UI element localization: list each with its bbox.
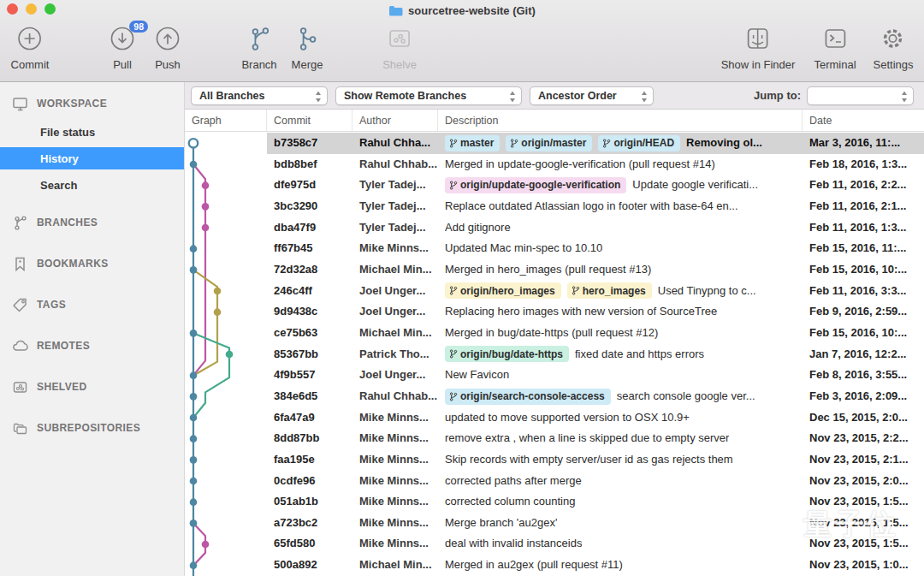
commit-hash: 246c4ff [267, 281, 352, 302]
pull-button[interactable]: 98 Pull [109, 25, 136, 71]
table-row[interactable]: 6fa47a9 Mike Minns... updated to move su… [185, 407, 924, 429]
commit-message: Replace outdated Atlassian logo in foote… [445, 196, 738, 217]
commit-message: fixed date and https errors [575, 344, 704, 365]
table-row[interactable]: bdb8bef Rahul Chhab... Merged in update-… [185, 154, 924, 175]
table-row[interactable]: 85367bb Patrick Tho... origin/bug/date-h… [185, 344, 924, 365]
commit-author: Michael Min... [352, 323, 438, 344]
commit-button[interactable]: Commit [11, 25, 50, 71]
table-row[interactable]: ff67b45 Mike Minns... Updated Mac min-sp… [185, 238, 924, 259]
graph-node [190, 498, 198, 506]
sidebar-section-workspace[interactable]: WORKSPACE [0, 92, 184, 115]
push-button[interactable]: Push [154, 25, 181, 71]
graph-node [190, 414, 198, 422]
terminal-button[interactable]: Terminal [814, 25, 856, 71]
commit-date: Feb 15, 2016, 10:... [803, 323, 924, 344]
graph-node [226, 351, 234, 359]
table-row[interactable]: a723bc2 Mike Minns... Merge branch 'au2g… [185, 513, 924, 534]
sidebar-item-history[interactable]: History [0, 147, 184, 169]
history-view: All Branches Show Remote Branches Ancest… [185, 82, 924, 576]
commit-date: Feb 9, 2016, 2:59... [803, 301, 924, 323]
commit-hash: dfe975d [267, 175, 352, 196]
terminal-button-label: Terminal [814, 58, 856, 71]
commit-author: Joel Unger... [352, 281, 438, 302]
sidebar-section-tags[interactable]: TAGS [0, 294, 184, 316]
table-row[interactable]: 0cdfe96 Mike Minns... corrected paths af… [185, 471, 924, 492]
table-row[interactable]: ce75b63 Michael Min... Merged in bug/dat… [185, 323, 924, 344]
toolbar: Commit 98 Pull Push Branch [0, 21, 924, 81]
table-row[interactable]: faa195e Mike Minns... Skip records with … [185, 449, 924, 471]
commit-hash: ce75b63 [267, 323, 352, 344]
branch-filter-select[interactable]: All Branches [191, 86, 328, 105]
order-select[interactable]: Ancestor Order [530, 86, 654, 105]
table-row[interactable]: 72d32a8 Michael Min... Merged in hero_im… [185, 259, 924, 281]
table-row[interactable]: 500a892 Michael Min... Merged in au2gex … [185, 555, 924, 576]
branch-button-label: Branch [241, 58, 276, 71]
sidebar-section-branches[interactable]: BRANCHES [0, 211, 184, 234]
sidebar-item-file-status[interactable]: File status [0, 121, 184, 143]
merge-button[interactable]: Merge [292, 25, 323, 71]
sourcetree-window: sourcetree-website (Git) Commit 98 Pull [0, 0, 924, 576]
sidebar-section-remotes-label: REMOTES [37, 340, 90, 352]
commit-description: origin/bug/date-httpsfixed date and http… [438, 344, 803, 365]
branch-button[interactable]: Branch [241, 25, 276, 71]
settings-button[interactable]: Settings [874, 25, 914, 71]
shelve-button[interactable]: Shelve [382, 25, 417, 71]
column-header-commit[interactable]: Commit [267, 110, 352, 131]
table-row[interactable]: dba47f9 Tyler Tadej... Add gitignore Feb… [185, 217, 924, 239]
commit-author: Mike Minns... [352, 428, 438, 449]
table-row[interactable]: 8dd87bb Mike Minns... remove extra , whe… [185, 428, 924, 449]
commit-message: search console google ver... [617, 386, 755, 407]
branch-badge: origin/search-console-access [445, 389, 611, 405]
table-row[interactable]: 4f9b557 Joel Unger... New Favicon Feb 8,… [185, 365, 924, 386]
commit-author: Patrick Tho... [352, 344, 438, 365]
sidebar-item-search[interactable]: Search [0, 174, 184, 196]
table-row[interactable]: 9d9438c Joel Unger... Replacing hero ima… [185, 301, 924, 323]
subrepositories-icon [12, 420, 28, 436]
graph-node [190, 161, 198, 169]
branch-badge: origin/HEAD [598, 135, 680, 151]
table-row[interactable]: b7358c7 Rahul Chha... masterorigin/maste… [185, 133, 924, 154]
jump-to-select[interactable] [807, 86, 914, 105]
table-row[interactable]: dfe975d Tyler Tadej... origin/update-goo… [185, 175, 924, 196]
commit-author: Mike Minns... [352, 449, 438, 471]
commit-description: Skip records with empty server/user id a… [438, 449, 803, 471]
commit-hash: faa195e [267, 449, 352, 471]
commit-message: Update google verificati... [632, 175, 758, 196]
column-header-author[interactable]: Author [352, 110, 438, 131]
terminal-icon [814, 25, 856, 57]
sidebar-section-shelved[interactable]: SHELVED [0, 376, 184, 398]
commit-date: Feb 11, 2016, 2:1... [803, 196, 924, 217]
table-row[interactable]: 246c4ff Joel Unger... origin/hero_images… [185, 281, 924, 302]
commit-author: Michael Min... [352, 555, 438, 576]
commit-hash: b7358c7 [267, 133, 352, 154]
table-row[interactable]: 384e6d5 Rahul Chhab... origin/search-con… [185, 386, 924, 407]
sidebar-section-bookmarks[interactable]: BOOKMARKS [0, 252, 184, 275]
column-header-description[interactable]: Description [438, 110, 803, 131]
commit-hash: 384e6d5 [267, 386, 352, 407]
commit-message: Merged in hero_images (pull request #13) [445, 259, 651, 281]
sidebar-section-subrepositories-label: SUBREPOSITORIES [37, 422, 140, 434]
commit-author: Rahul Chhab... [352, 386, 438, 407]
sidebar-section-subrepositories[interactable]: SUBREPOSITORIES [0, 417, 184, 439]
commit-message: Merge branch 'au2gex' [445, 513, 557, 534]
sidebar-item-file-status-label: File status [40, 126, 95, 139]
table-row[interactable]: 051ab1b Mike Minns... corrected column c… [185, 491, 924, 513]
show-in-finder-button[interactable]: Show in Finder [721, 25, 796, 71]
branch-badge: origin/master [506, 135, 592, 151]
commit-list: b7358c7 Rahul Chha... masterorigin/maste… [185, 133, 924, 576]
table-row[interactable]: 65fd580 Mike Minns... deal with invalid … [185, 533, 924, 555]
remote-branches-value: Show Remote Branches [344, 90, 466, 102]
select-chevrons-icon [508, 90, 517, 106]
sidebar-section-remotes[interactable]: REMOTES [0, 335, 184, 357]
commit-date: Feb 15, 2016, 11:... [803, 238, 924, 259]
column-header-date[interactable]: Date [803, 110, 924, 131]
commit-description: corrected column counting [438, 491, 803, 513]
window-title-wrap: sourcetree-website (Git) [0, 0, 924, 21]
table-row[interactable]: 3bc3290 Tyler Tadej... Replace outdated … [185, 196, 924, 217]
commit-hash: 8dd87bb [267, 428, 352, 449]
remote-branches-select[interactable]: Show Remote Branches [335, 86, 522, 105]
commit-description: origin/hero_imageshero_imagesUsed Tinypn… [438, 281, 803, 302]
commit-hash: 500a892 [267, 555, 352, 576]
column-header-graph[interactable]: Graph [185, 110, 267, 131]
branch-badge: origin/bug/date-https [445, 346, 569, 362]
